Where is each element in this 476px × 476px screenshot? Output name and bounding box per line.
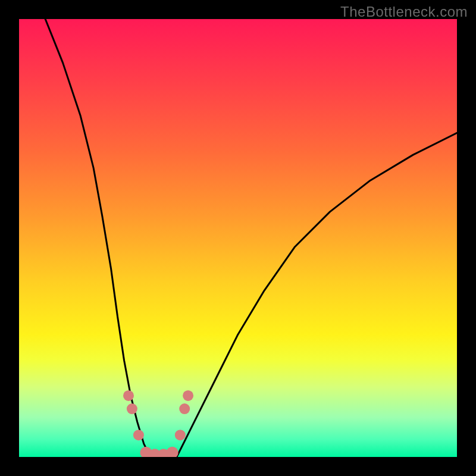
marker-point [127,403,137,414]
marker-point [167,447,178,457]
curve-left-branch [45,19,151,457]
plot-svg [19,19,457,457]
marker-point [123,390,134,401]
attribution-text: TheBottleneck.com [340,4,468,20]
chart-frame: TheBottleneck.com [0,0,476,476]
marker-point [133,430,144,440]
marker-point [183,390,193,401]
marker-point [179,403,190,414]
plot-area [19,19,457,457]
marker-point [175,430,186,440]
curve-right-branch [177,133,457,457]
